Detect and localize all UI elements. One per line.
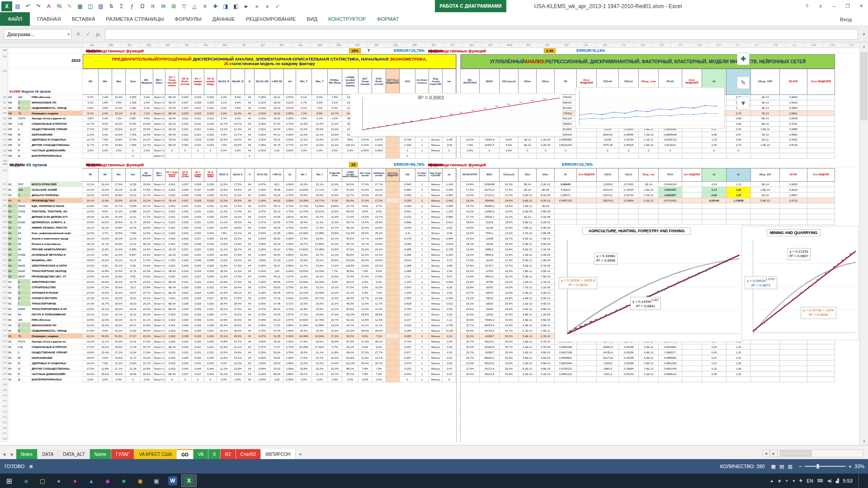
grid-cell[interactable]: 64 (245, 290, 255, 296)
grid-cell[interactable]: Эласт>1 (153, 95, 165, 100)
column-header[interactable]: BJ (254, 42, 273, 47)
grid-cell[interactable]: 11,7% (99, 241, 112, 247)
row-header[interactable]: 222 (0, 296, 8, 301)
grid-cell[interactable]: 9,4% (328, 279, 342, 285)
grid-cell[interactable] (577, 361, 597, 366)
column-header[interactable]: CC (614, 42, 633, 47)
grid-cell[interactable]: 18,2% (83, 241, 99, 247)
column-title[interactable]: ASS (400, 69, 415, 95)
grid-cell[interactable]: 0,94% (284, 182, 296, 187)
grid-cell[interactable]: 11228 (480, 225, 500, 230)
row-header[interactable]: 235 (0, 366, 8, 371)
grid-cell[interactable]: -1,11 (443, 317, 456, 323)
grid-cell[interactable]: Эласт<1 (153, 247, 165, 252)
grid-cell[interactable]: Эласт>1 (153, 285, 165, 290)
grid-cell[interactable]: 9,3% (372, 279, 386, 285)
grid-cell[interactable]: 7,6% (99, 137, 112, 143)
grid-cell[interactable]: 11,7% (83, 143, 99, 148)
grid-cell[interactable]: 17,5% (296, 355, 312, 361)
grid-cell[interactable]: -0,16 (443, 312, 456, 317)
grid-cell[interactable]: 7,9% (461, 143, 480, 148)
grid-cell[interactable]: 28,6% (112, 301, 126, 306)
grid-cell[interactable]: 64,32 (270, 306, 284, 312)
grid-cell[interactable]: 9E-04 (165, 285, 179, 290)
grid-cell[interactable]: 23,9% (141, 279, 153, 285)
industry-label-cell[interactable]: ЗДОРОВЬЕ И СОЦИАЛЬН (31, 137, 83, 143)
industry-code-cell[interactable]: Q (18, 377, 31, 382)
grid-cell[interactable]: 27,0% (83, 344, 99, 350)
row-header[interactable]: 186 (0, 95, 8, 100)
grid-cell[interactable]: 0,69% (284, 198, 296, 203)
grid-cell[interactable]: 22,6% (83, 285, 99, 290)
industry-label-cell[interactable]: ЧАСТНЫЕ ДОМОХОЗЯЙС (31, 371, 83, 377)
grid-cell[interactable] (780, 203, 807, 209)
grid-cell[interactable]: 4,5% (141, 116, 153, 122)
grid-cell[interactable]: 3,087 (126, 116, 141, 122)
row-header[interactable]: 194 (0, 137, 8, 143)
grid-cell[interactable]: 20,1% (217, 328, 231, 333)
grid-cell[interactable]: 0,008 (192, 100, 204, 106)
grid-cell[interactable]: 6,6E-12 (519, 220, 537, 225)
macro-record-icon[interactable]: ▣ (29, 464, 33, 469)
grid-cell[interactable]: 1938469 (480, 182, 500, 187)
grid-cell[interactable]: -0,614 (443, 220, 456, 225)
grid-cell[interactable]: 9,2E-10 (537, 198, 555, 203)
industry-code-cell[interactable]: 70 (18, 111, 31, 116)
grid-cell[interactable]: 16,3 (126, 285, 141, 290)
grid-cell[interactable]: 36,43 (270, 339, 284, 344)
grid-cell[interactable]: 40733,9 (480, 328, 500, 333)
column-title[interactable]: Max_T (312, 69, 328, 95)
grid-cell[interactable]: 3E-14 (519, 182, 537, 187)
qat-icon[interactable]: ✚ (210, 1, 220, 11)
grid-cell[interactable]: 0,042 (179, 339, 192, 344)
grid-cell[interactable]: Эласт>1 (153, 182, 165, 187)
grid-cell[interactable] (555, 203, 577, 209)
column-title[interactable]: экс (443, 69, 456, 95)
grid-cell[interactable]: 13,2% (500, 230, 519, 236)
column-title[interactable]: Error МОДЕЛЕЙ (807, 69, 835, 95)
grid-cell[interactable] (577, 192, 597, 198)
grid-cell[interactable] (780, 220, 807, 225)
grid-cell[interactable]: 11,8% (99, 366, 112, 371)
grid-cell[interactable]: 10,4% (99, 274, 112, 279)
grid-cell[interactable]: 11,6% (359, 301, 372, 306)
grid-cell[interactable]: 64 (245, 247, 255, 252)
grid-cell[interactable]: 14,4% (312, 122, 328, 127)
grid-cell[interactable] (386, 344, 400, 350)
grid-cell[interactable]: 19,7% (312, 214, 328, 220)
grid-cell[interactable]: Эласт<1 (153, 263, 165, 268)
grid-cell[interactable]: 3,4% (217, 95, 231, 100)
grid-cell[interactable]: 0,63 (702, 350, 726, 355)
grid-cell[interactable]: 19,71 (126, 317, 141, 323)
grid-cell[interactable]: 11,24 (126, 258, 141, 263)
grid-cell[interactable]: 0,9615 (780, 187, 807, 192)
grid-cell[interactable]: 17,7% (141, 214, 153, 220)
grid-cell[interactable]: 4E-09 (537, 203, 555, 209)
grid-cell[interactable]: 9,7% (372, 203, 386, 209)
grid-cell[interactable]: 4,6E-09 (537, 355, 555, 361)
grid-cell[interactable]: 3,1E-10 (537, 371, 555, 377)
industry-label-cell[interactable]: ДРУГИЕ СООБЩЕСТВЕННЫ (31, 143, 83, 148)
row-code-cell[interactable]: IIS (8, 230, 18, 236)
grid-cell[interactable]: 33,1% (217, 333, 231, 339)
column-title[interactable]: Вид Ассим етрия МХ (429, 69, 443, 95)
minimize-icon[interactable]: ─ (827, 0, 841, 12)
grid-cell[interactable]: 0,042 (179, 230, 192, 236)
grid-cell[interactable]: 0,30102 (619, 371, 639, 377)
grid-cell[interactable]: 14,4% (141, 263, 153, 268)
industry-code-cell[interactable]: 17t19 (18, 209, 31, 214)
grid-cell[interactable]: 0,9646124 (659, 182, 682, 187)
embedded-chart-agriculture[interactable]: AGRICULTURE, HUNTING, FORESTRY AND FISHI… (555, 224, 743, 342)
grid-cell[interactable]: 0,9714922 (659, 198, 682, 203)
grid-cell[interactable]: 26701,6 (480, 187, 500, 192)
grid-cell[interactable]: 0,74% (284, 220, 296, 225)
grid-cell[interactable]: 0,032 (204, 209, 217, 214)
formula-bar-expand-icon[interactable]: ▾ (860, 32, 868, 37)
grid-cell[interactable]: 18,5% (231, 198, 245, 203)
grid-cell[interactable]: 8,6% (99, 209, 112, 214)
grid-cell[interactable]: 0,89% (284, 323, 296, 328)
grid-cell[interactable]: 0,038 (192, 182, 204, 187)
grid-cell[interactable]: 7E-13 (751, 111, 780, 116)
industry-code-cell[interactable]: 23 (18, 225, 31, 230)
grid-cell[interactable]: 7,466 (126, 143, 141, 148)
